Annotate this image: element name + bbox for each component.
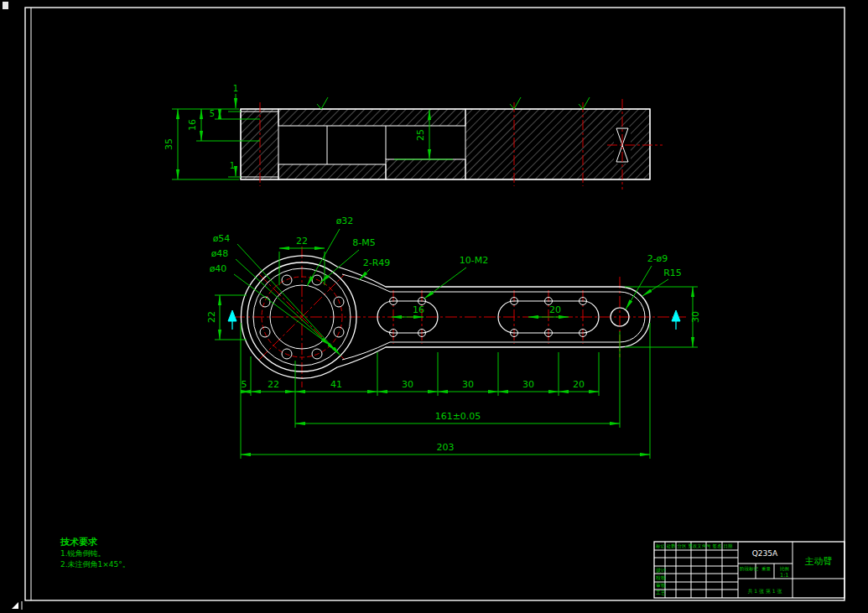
cad-drawing: 35 16 5 1 1 25 <box>0 0 868 613</box>
title-block-scale-label: 比例 <box>780 566 789 572</box>
tech-req-line-2: 2.未注倒角1×45°。 <box>60 560 130 569</box>
tech-req-title: 技术要求 <box>60 537 98 548</box>
cursor-artifact <box>3 2 8 9</box>
chain-22: 22 <box>268 379 279 390</box>
surface-finish-icon <box>317 97 590 109</box>
title-block-row-review: 审核 <box>656 582 666 588</box>
corner-mark <box>12 602 18 609</box>
plan-centerlines <box>233 247 686 387</box>
chain-30a: 30 <box>402 379 413 390</box>
title-block-scale-value: 1:1 <box>780 572 788 579</box>
dim-left-22: 22 <box>206 311 217 323</box>
chain-5: 5 <box>242 379 247 390</box>
dim-right-30: 30 <box>690 311 701 323</box>
dim-5: 5 <box>210 109 215 118</box>
tech-req-line-1: 1.锐角倒钝。 <box>60 549 106 558</box>
title-block-row-check: 校核 <box>655 574 666 580</box>
title-block: Q235A 主动臂 标记 处数 分区 更改文件号 签名 日期 设计 校核 审核 … <box>654 542 845 598</box>
title-block-row-process: 工艺 <box>656 590 666 595</box>
title-block-stage-label: 阶段标记 <box>740 566 759 572</box>
title-block-row-design: 设计 <box>656 567 666 573</box>
section-view: 35 16 5 1 1 25 <box>164 84 663 190</box>
dim-slot-16: 16 <box>413 304 424 315</box>
dim-25: 25 <box>415 129 426 141</box>
title-block-part-name: 主动臂 <box>805 556 833 567</box>
label-10-m2: 10-M2 <box>460 255 488 266</box>
label-d40: ø40 <box>210 263 227 274</box>
title-block-weight-label: 重量 <box>761 566 772 571</box>
label-2-r49: 2-R49 <box>363 257 391 268</box>
label-d48: ø48 <box>211 248 229 259</box>
plan-view: ø54 ø48 ø40 ø32 8-M5 2-R49 10-M2 2-ø9 R1… <box>206 216 701 387</box>
title-block-header-row: 标记 处数 分区 更改文件号 签名 日期 <box>655 543 733 549</box>
technical-requirements: 技术要求 1.锐角倒钝。 2.未注倒角1×45°。 <box>60 537 130 569</box>
label-d54: ø54 <box>213 233 231 244</box>
title-block-sheet: 共 1 张 第 1 张 <box>747 588 782 595</box>
dim-slot-20: 20 <box>549 304 561 315</box>
label-2-d9: 2-ø9 <box>647 253 668 264</box>
label-8-m5: 8-M5 <box>352 237 375 248</box>
cad-canvas: 35 16 5 1 1 25 <box>0 0 868 613</box>
dim-1-top: 1 <box>233 84 238 93</box>
chain-30b: 30 <box>462 379 474 390</box>
dim-161: 161±0.05 <box>435 411 481 422</box>
chain-20: 20 <box>573 379 585 390</box>
dim-35: 35 <box>164 138 174 150</box>
dim-top-22: 22 <box>296 236 308 247</box>
label-r15: R15 <box>663 268 682 278</box>
chain-30c: 30 <box>522 379 534 390</box>
dim-203: 203 <box>437 442 455 453</box>
chain-41: 41 <box>330 379 342 390</box>
title-block-material: Q235A <box>752 549 778 558</box>
dim-1-bottom: 1 <box>230 161 235 170</box>
drawing-frame <box>25 8 845 600</box>
dim-16: 16 <box>187 119 198 131</box>
label-d32: ø32 <box>336 216 354 226</box>
